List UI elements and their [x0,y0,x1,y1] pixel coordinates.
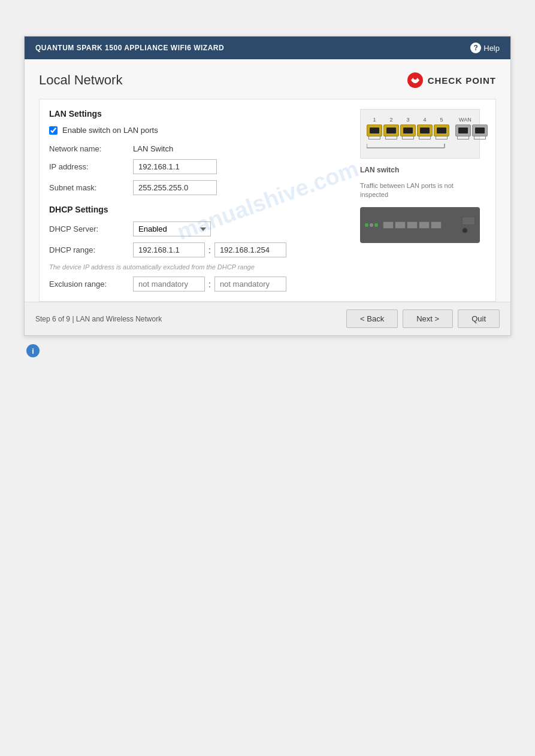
port-inner-3 [403,127,413,133]
port-box-1 [367,125,382,136]
page-wrapper: QUANTUM SPARK 1500 APPLIANCE WIFI6 WIZAR… [0,0,535,756]
brand-label: CHECK POINT [428,75,496,86]
wan-port-box-1 [455,125,471,136]
wan-port-tab-1 [457,136,469,139]
port-tab-4 [419,136,431,139]
device-port-4 [419,221,430,229]
dhcp-range-hint: The device IP address is automatically e… [49,263,344,271]
network-name-value: LAN Switch [133,144,344,153]
dhcp-server-select-wrap: Enabled Disabled [133,221,344,236]
device-led-1 [365,223,368,227]
exclusion-end-input[interactable] [214,277,286,292]
device-led-group [365,223,378,227]
main-area: manualshive.com LAN Settings Enable swit… [39,99,496,302]
help-icon: ? [470,42,481,53]
left-panel: LAN Settings Enable switch on LAN ports … [49,109,344,292]
right-panel: 1 2 3 4 5 WAN [354,109,486,292]
enable-switch-checkbox[interactable] [49,126,58,135]
exclusion-range-label: Exclusion range: [49,280,133,289]
port-inner-5 [437,127,446,133]
port-num-4: 4 [417,117,433,123]
info-icon[interactable]: i [26,344,40,357]
device-port-3 [407,221,418,229]
port-number-row: 1 2 3 4 5 WAN [367,117,473,123]
help-button[interactable]: ? Help [470,42,500,53]
dhcp-range-end-input[interactable] [214,242,286,257]
dhcp-server-label: DHCP Server: [49,224,133,233]
port-num-2: 2 [383,117,399,123]
dhcp-range-label: DHCP range: [49,245,133,254]
quit-button[interactable]: Quit [458,309,500,328]
port-box-2 [383,125,399,136]
wizard-title: QUANTUM SPARK 1500 APPLIANCE WIFI6 WIZAR… [35,44,224,52]
port-num-1: 1 [367,117,382,123]
range-separator: : [208,245,211,255]
device-right-area [462,217,475,233]
device-port-5 [431,221,442,229]
dhcp-server-select[interactable]: Enabled Disabled [133,221,211,236]
dhcp-range-start-input[interactable] [133,242,205,257]
port-inner-2 [386,127,396,133]
port-box-5 [434,125,449,136]
subnet-mask-input[interactable] [133,180,217,195]
dhcp-settings-title: DHCP Settings [49,205,344,214]
port-tab-2 [385,136,397,139]
port-inner-4 [420,127,430,133]
back-button[interactable]: < Back [346,309,398,328]
svg-point-1 [413,76,417,80]
lan-port-1 [367,125,382,139]
port-spacer [451,117,455,123]
dhcp-range-row: : [133,242,344,257]
bracket-svg [367,141,460,149]
device-port-2 [395,221,406,229]
lan-port-2 [383,125,399,139]
wan-port-inner-2 [475,127,485,133]
next-button[interactable]: Next > [403,309,453,328]
port-num-5: 5 [434,117,449,123]
wizard-content: Local Network CHECK POINT manualshive.co… [25,59,510,302]
wizard-footer: Step 6 of 9 | LAN and Wireless Network <… [25,302,510,335]
port-group-lan [367,125,449,139]
network-name-label: Network name: [49,144,133,153]
dhcp-grid: DHCP Server: Enabled Disabled DHCP range… [49,221,344,292]
device-image [360,207,480,243]
port-box-4 [417,125,433,136]
port-diagram: 1 2 3 4 5 WAN [360,109,480,159]
lan-switch-desc: Traffic between LAN ports is not inspect… [360,181,480,200]
page-title: Local Network [39,72,122,88]
device-port-1 [383,221,394,229]
exclusion-separator: : [208,280,211,289]
wan-port-inner-1 [458,127,468,133]
port-group-wan [455,125,488,139]
page-heading-row: Local Network CHECK POINT [39,71,496,89]
lan-port-4 [417,125,433,139]
step-info: Step 6 of 9 | LAN and Wireless Network [35,315,162,323]
wan-port-1 [455,125,471,139]
device-button [462,227,468,233]
port-tab-5 [436,136,448,139]
device-wan-port [462,217,475,225]
lan-switch-label: LAN switch [360,166,480,174]
port-num-3: 3 [400,117,416,123]
footer-buttons: < Back Next > Quit [346,309,500,328]
exclusion-start-input[interactable] [133,277,205,292]
subnet-mask-label: Subnet mask: [49,183,133,192]
wan-port-tab-2 [474,136,486,139]
port-box-3 [400,125,416,136]
device-led-2 [370,223,373,227]
ip-address-input[interactable] [133,159,217,174]
device-led-3 [374,223,378,227]
exclusion-range-row: : [133,277,344,292]
enable-switch-row: Enable switch on LAN ports [49,126,344,135]
wizard-header: QUANTUM SPARK 1500 APPLIANCE WIFI6 WIZAR… [25,37,510,59]
port-tab-1 [368,136,380,139]
checkpoint-logo-icon [406,71,424,89]
lan-settings-title: LAN Settings [49,109,344,119]
ports-and-wan [367,125,473,139]
wan-label: WAN [459,117,471,123]
lan-port-5 [434,125,449,139]
wan-port-2 [472,125,488,139]
device-ports-group [383,221,442,229]
help-label: Help [483,44,500,53]
port-inner-1 [370,127,379,133]
